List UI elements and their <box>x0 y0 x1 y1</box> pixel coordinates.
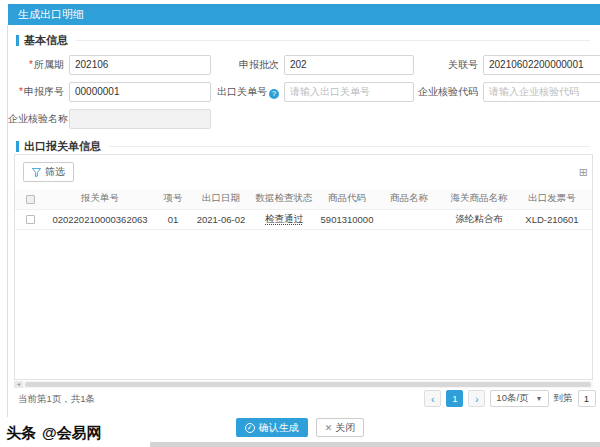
export-customs-no-label: 出口关单号? <box>213 85 279 99</box>
section-title: 基本信息 <box>24 33 68 48</box>
required-marker: * <box>19 86 23 97</box>
watermark: 头条 @会易网 <box>6 424 102 443</box>
goto-label: 到第 <box>554 392 573 405</box>
cell-goods-code: 5901310000 <box>317 209 377 229</box>
col-goods-code: 商品代码 <box>317 189 377 209</box>
current-page-button[interactable]: 1 <box>446 390 463 407</box>
dialog-title: 生成出口明细 <box>8 4 600 25</box>
filter-button[interactable]: 筛选 <box>23 162 74 182</box>
col-customs-goods-name: 海关商品名称 <box>441 189 517 209</box>
form-row: *申报序号 出口关单号? 企业核验代码 <box>8 78 598 105</box>
required-marker: * <box>29 59 33 70</box>
next-page-button[interactable]: › <box>468 390 485 407</box>
batch-input[interactable] <box>284 55 414 75</box>
col-item-no: 项号 <box>155 189 191 209</box>
pagination: ‹ 1 › 10条/页 ▼ 到第 页 <box>424 390 600 407</box>
section-accent-bar <box>16 141 19 152</box>
table-header-row: 报关单号 项号 出口日期 数据检查状态 商品代码 商品名称 海关商品名称 出口发… <box>15 189 592 209</box>
horizontal-scrollbar[interactable]: ◂ <box>14 381 593 388</box>
check-circle-icon: ✓ <box>245 423 255 433</box>
col-check-status: 数据检查状态 <box>251 189 317 209</box>
relation-no-label: 关联号 <box>416 58 478 72</box>
chevron-down-icon: ▼ <box>536 395 543 402</box>
form-row: 企业核验名称 <box>8 105 598 132</box>
bottom-strip <box>150 442 600 447</box>
col-extra <box>587 189 592 209</box>
form-row: *所属期 申报批次 关联号 <box>8 51 598 78</box>
cell-goods-name <box>377 209 441 229</box>
prev-page-button[interactable]: ‹ <box>424 390 441 407</box>
filter-label: 筛选 <box>45 165 65 179</box>
table-row[interactable]: 020220210000362063 01 2021-06-02 检查通过 59… <box>15 209 592 229</box>
enterprise-check-code-input[interactable] <box>483 82 600 102</box>
relation-no-input[interactable] <box>483 55 600 75</box>
sequence-no-label: *申报序号 <box>8 85 64 99</box>
cell-declaration-no: 020220210000362063 <box>45 209 155 229</box>
enterprise-check-code-label: 企业核验代码 <box>416 85 478 99</box>
section-export-declarations: 出口报关单信息 <box>16 139 590 154</box>
enterprise-check-name-input <box>69 109 211 129</box>
confirm-generate-button[interactable]: ✓ 确认生成 <box>236 418 308 437</box>
enterprise-check-name-label: 企业核验名称 <box>8 112 64 126</box>
export-customs-no-input[interactable] <box>284 82 414 102</box>
cell-check-status: 检查通过 <box>251 209 317 229</box>
goto-page-input[interactable] <box>578 390 596 407</box>
cell-extra: 一般 <box>587 209 592 229</box>
period-label: *所属期 <box>8 58 64 72</box>
section-accent-bar <box>16 35 19 46</box>
pagination-summary: 当前第1页，共1条 <box>18 393 95 406</box>
scroll-left-icon[interactable]: ◂ <box>14 381 23 388</box>
col-invoice-no: 出口发票号 <box>517 189 587 209</box>
col-declaration-no: 报关单号 <box>45 189 155 209</box>
row-checkbox[interactable] <box>26 215 35 224</box>
section-basic-info: 基本信息 <box>16 33 590 48</box>
basic-info-form: *所属期 申报批次 关联号 *申报序号 出口关单号? 企业核验代码 企业核验名称 <box>8 51 598 132</box>
page-size-value: 10条/页 <box>496 392 528 405</box>
col-goods-name: 商品名称 <box>377 189 441 209</box>
header-select-all <box>15 189 45 209</box>
help-icon[interactable]: ? <box>269 89 279 99</box>
row-select-cell <box>15 209 45 229</box>
section-divider <box>109 146 590 147</box>
select-all-checkbox[interactable] <box>26 195 35 204</box>
sequence-no-input[interactable] <box>69 82 211 102</box>
section-title: 出口报关单信息 <box>24 139 101 154</box>
watermark-brand: 头条 <box>6 424 36 443</box>
section-divider <box>76 40 590 41</box>
declarations-table: 报关单号 项号 出口日期 数据检查状态 商品代码 商品名称 海关商品名称 出口发… <box>15 189 592 230</box>
cell-item-no: 01 <box>155 209 191 229</box>
cell-invoice-no: XLD-210601 <box>517 209 587 229</box>
close-button[interactable]: ✕ 关闭 <box>316 418 365 437</box>
close-icon: ✕ <box>325 423 333 433</box>
cell-export-date: 2021-06-02 <box>191 209 251 229</box>
filter-funnel-icon <box>32 168 41 177</box>
cell-customs-goods-name: 涤纶粘合布 <box>441 209 517 229</box>
period-input[interactable] <box>69 55 211 75</box>
page-size-select[interactable]: 10条/页 ▼ <box>490 390 548 407</box>
declarations-panel: 筛选 ⊞ 报关单号 项号 出口日期 数据检查状态 商品代码 商品名称 海关商品名… <box>14 154 593 380</box>
watermark-handle: @会易网 <box>42 424 102 443</box>
scrollbar-thumb[interactable] <box>25 382 591 387</box>
batch-label: 申报批次 <box>213 58 279 72</box>
column-settings-icon[interactable]: ⊞ <box>579 167 588 178</box>
col-export-date: 出口日期 <box>191 189 251 209</box>
